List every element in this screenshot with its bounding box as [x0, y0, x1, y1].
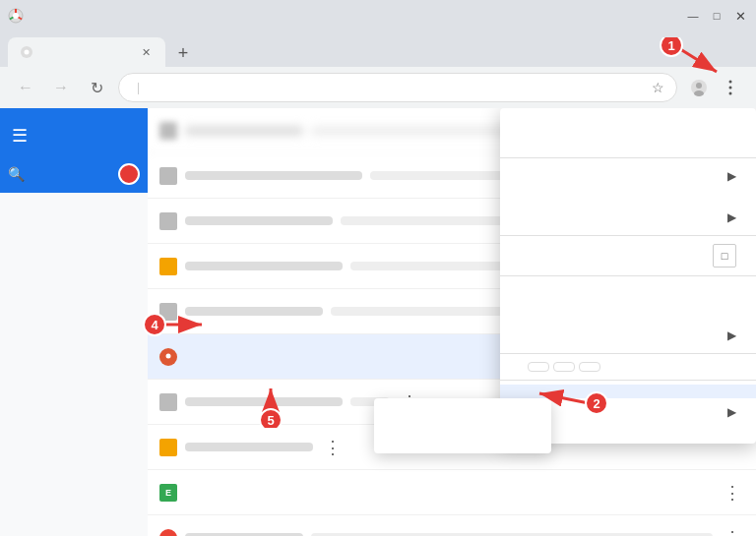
menu-item-downloads[interactable]	[500, 190, 756, 204]
main-menu-button[interactable]	[717, 74, 744, 101]
engine-more-9[interactable]: ⋮	[721, 526, 744, 537]
engine-row-9: ⋮	[148, 515, 756, 536]
content-area: ☰ 🔍 ⋮ ⋮	[0, 108, 756, 536]
engine-favicon-3	[159, 258, 177, 275]
menu-item-print[interactable]	[500, 280, 756, 294]
row-context-menu	[374, 398, 551, 453]
engine-favicon-2	[159, 212, 177, 230]
engine-name-2	[185, 216, 333, 225]
menu-item-new-tab[interactable]	[500, 112, 756, 126]
sidebar: ☰ 🔍	[0, 108, 148, 536]
new-tab-button[interactable]: +	[169, 39, 197, 67]
zoom-minus-button[interactable]	[606, 244, 630, 268]
menu-item-bookmarks[interactable]: ▶	[500, 204, 756, 231]
svg-point-11	[166, 353, 171, 358]
hamburger-icon[interactable]: ☰	[12, 125, 28, 147]
menu-item-find[interactable]	[500, 308, 756, 322]
zoom-controls: □	[606, 244, 736, 268]
menu-item-zoom: □	[500, 240, 756, 271]
close-button[interactable]: ✕	[732, 8, 748, 24]
maximize-button[interactable]: □	[709, 8, 724, 24]
profile-button[interactable]	[685, 74, 713, 101]
zoom-plus-button[interactable]	[681, 244, 705, 268]
engine-favicon-4	[159, 303, 177, 321]
engine-more-ecosia[interactable]: ⋮	[721, 481, 744, 505]
svg-point-3	[25, 50, 30, 55]
engine-favicon-1	[159, 167, 177, 185]
menu-item-settings[interactable]	[500, 385, 756, 398]
menu-divider-3	[500, 275, 756, 276]
address-bar-input[interactable]: | ☆	[118, 73, 677, 102]
menu-item-new-incognito[interactable]	[500, 140, 756, 153]
rcm-edit[interactable]	[374, 418, 551, 434]
engine-name-0	[185, 126, 303, 136]
menu-item-new-window[interactable]	[500, 126, 756, 140]
engine-name-4	[185, 307, 323, 316]
engine-favicon-duckduckgo	[159, 348, 177, 366]
svg-point-7	[729, 81, 732, 84]
dots-vertical-icon	[722, 79, 739, 96]
engine-favicon-7	[159, 439, 177, 456]
minimize-button[interactable]: —	[685, 8, 701, 24]
address-separator: |	[137, 81, 140, 94]
menu-edit-row	[500, 358, 756, 376]
back-button[interactable]: ←	[12, 74, 39, 101]
main-content: ⋮ ⋮ ⋮ ⋮	[148, 108, 756, 536]
title-bar-left	[8, 8, 32, 24]
engine-name-1	[185, 171, 362, 180]
search-icon: 🔍	[8, 166, 25, 182]
engine-favicon-0	[159, 122, 177, 140]
cut-button[interactable]	[528, 362, 549, 372]
engine-row-ecosia: E ⋮	[148, 470, 756, 515]
menu-item-stream[interactable]	[500, 294, 756, 308]
menu-divider-5	[500, 380, 756, 381]
tab-close-button[interactable]: ✕	[138, 44, 154, 60]
paste-button[interactable]	[579, 362, 600, 372]
menu-item-history[interactable]: ▶	[500, 162, 756, 190]
menu-item-more-tools[interactable]: ▶	[500, 322, 756, 349]
chrome-icon	[8, 8, 24, 24]
reload-button[interactable]: ↻	[83, 74, 110, 101]
active-tab[interactable]: ✕	[8, 37, 165, 67]
toolbar-right	[685, 74, 744, 101]
address-bar: ← → ↻ | ☆	[0, 67, 756, 108]
svg-point-5	[696, 83, 702, 89]
copy-button[interactable]	[553, 362, 575, 372]
menu-divider-2	[500, 235, 756, 236]
search-bar: 🔍	[0, 163, 148, 193]
sidebar-header: ☰	[0, 108, 148, 163]
step3-badge	[118, 163, 140, 185]
rcm-set-default[interactable]	[374, 402, 551, 418]
svg-point-8	[729, 87, 732, 89]
engine-more-7[interactable]: ⋮	[321, 436, 345, 459]
engine-favicon-ecosia: E	[159, 484, 177, 502]
engine-name-3	[185, 262, 343, 270]
engine-name-6	[185, 397, 343, 406]
menu-divider-1	[500, 157, 756, 158]
engine-name-7	[185, 443, 313, 451]
window-controls[interactable]: — □ ✕	[685, 8, 748, 24]
main-dropdown-menu: ▶ ▶ □	[500, 108, 756, 444]
forward-button[interactable]: →	[47, 74, 75, 101]
menu-divider-4	[500, 353, 756, 354]
title-bar: — □ ✕	[0, 0, 756, 31]
svg-point-6	[694, 90, 704, 96]
bookmark-star-icon[interactable]: ☆	[652, 80, 664, 95]
svg-point-9	[729, 92, 732, 95]
rcm-remove[interactable]	[374, 434, 551, 449]
engine-favicon-9	[159, 529, 177, 537]
engine-favicon-6	[159, 393, 177, 411]
fullscreen-button[interactable]: □	[713, 244, 736, 268]
tab-bar: ✕ +	[0, 31, 756, 67]
tab-favicon	[20, 45, 33, 59]
svg-point-1	[13, 13, 19, 19]
